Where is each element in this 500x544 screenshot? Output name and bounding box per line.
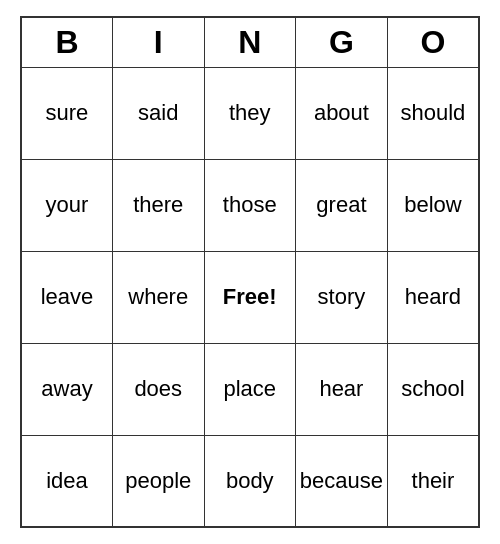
- header-i: I: [112, 17, 204, 67]
- cell-r3-c2[interactable]: place: [204, 343, 295, 435]
- bingo-row: awaydoesplacehearschool: [21, 343, 479, 435]
- cell-r1-c3[interactable]: great: [295, 159, 387, 251]
- cell-r2-c4[interactable]: heard: [387, 251, 479, 343]
- cell-r4-c1[interactable]: people: [112, 435, 204, 527]
- cell-r1-c2[interactable]: those: [204, 159, 295, 251]
- cell-r0-c3[interactable]: about: [295, 67, 387, 159]
- cell-r1-c1[interactable]: there: [112, 159, 204, 251]
- cell-r3-c0[interactable]: away: [21, 343, 112, 435]
- header-o: O: [387, 17, 479, 67]
- cell-r2-c3[interactable]: story: [295, 251, 387, 343]
- cell-r3-c1[interactable]: does: [112, 343, 204, 435]
- cell-r3-c3[interactable]: hear: [295, 343, 387, 435]
- cell-r4-c4[interactable]: their: [387, 435, 479, 527]
- bingo-row: ideapeoplebodybecausetheir: [21, 435, 479, 527]
- cell-r4-c2[interactable]: body: [204, 435, 295, 527]
- bingo-row: leavewhereFree!storyheard: [21, 251, 479, 343]
- cell-r0-c4[interactable]: should: [387, 67, 479, 159]
- cell-r0-c1[interactable]: said: [112, 67, 204, 159]
- bingo-header-row: B I N G O: [21, 17, 479, 67]
- cell-r4-c0[interactable]: idea: [21, 435, 112, 527]
- cell-r2-c0[interactable]: leave: [21, 251, 112, 343]
- cell-r1-c0[interactable]: your: [21, 159, 112, 251]
- bingo-row: suresaidtheyaboutshould: [21, 67, 479, 159]
- bingo-body: suresaidtheyaboutshouldyourtherethosegre…: [21, 67, 479, 527]
- cell-r0-c0[interactable]: sure: [21, 67, 112, 159]
- cell-r2-c2[interactable]: Free!: [204, 251, 295, 343]
- cell-r1-c4[interactable]: below: [387, 159, 479, 251]
- cell-r4-c3[interactable]: because: [295, 435, 387, 527]
- cell-r3-c4[interactable]: school: [387, 343, 479, 435]
- bingo-row: yourtherethosegreatbelow: [21, 159, 479, 251]
- cell-r2-c1[interactable]: where: [112, 251, 204, 343]
- header-b: B: [21, 17, 112, 67]
- header-g: G: [295, 17, 387, 67]
- cell-r0-c2[interactable]: they: [204, 67, 295, 159]
- bingo-card: B I N G O suresaidtheyaboutshouldyourthe…: [20, 16, 480, 528]
- header-n: N: [204, 17, 295, 67]
